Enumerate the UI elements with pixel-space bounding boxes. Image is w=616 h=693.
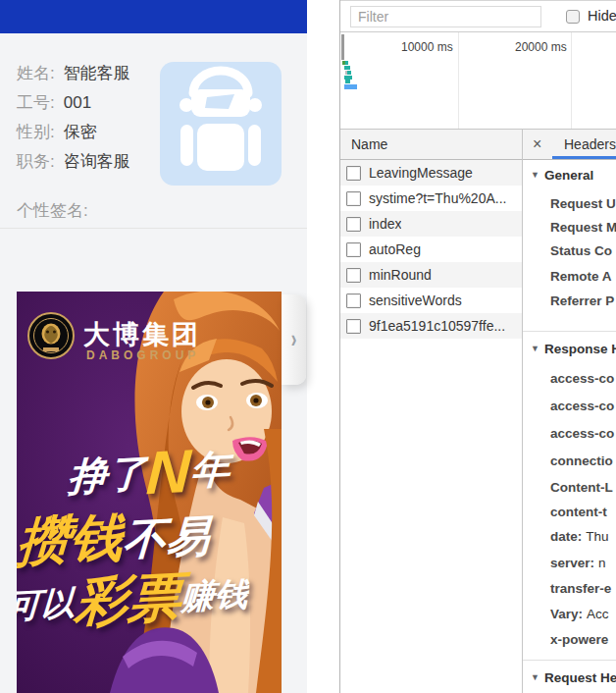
close-icon[interactable]: × — [533, 135, 541, 153]
disclosure-triangle-icon: ▼ — [531, 344, 539, 353]
header-line: connectio — [550, 453, 616, 468]
waterfall-bar — [347, 71, 351, 75]
active-tab-underline — [552, 156, 616, 159]
timeline-marker — [341, 34, 344, 60]
timeline-gridline — [571, 32, 572, 129]
header-line: content-t — [550, 505, 611, 519]
field-value: 智能客服 — [64, 64, 130, 82]
header-line: Remote A — [550, 269, 616, 284]
disclosure-triangle-icon: ▼ — [531, 672, 539, 682]
ad-banner[interactable]: 大博集团 DABOGROUP 挣了N年 攒钱不易 可以彩票赚钱 — [17, 292, 282, 693]
request-row[interactable]: index — [340, 211, 522, 237]
header-line: access-co — [550, 399, 616, 413]
sidebar-collapse-handle[interactable]: › — [282, 294, 306, 385]
header-line: Vary:Acc — [550, 607, 609, 621]
favicon-placeholder-icon — [346, 319, 361, 334]
robot-avatar — [160, 62, 282, 186]
request-details-pane: × Headers ▼General Request U Request M S… — [522, 130, 616, 693]
header-line: Referrer P — [550, 293, 616, 308]
network-filter-bar: Hide — [340, 0, 616, 32]
disclosure-triangle-icon: ▼ — [531, 170, 539, 180]
request-row[interactable]: autoReg — [340, 237, 522, 262]
header-line: server:n — [550, 556, 606, 570]
ad-slogan-line1: 挣了N年 — [66, 442, 231, 505]
header-line: Status Co — [550, 243, 616, 258]
chevron-right-icon: › — [291, 325, 297, 354]
field-label: 性别: — [17, 123, 55, 141]
details-tabbar: × Headers — [523, 130, 616, 160]
favicon-placeholder-icon — [346, 191, 361, 206]
header-line: transfer-e — [550, 581, 615, 596]
request-row[interactable]: minRound — [340, 262, 522, 288]
filter-input[interactable] — [350, 6, 541, 27]
field-label: 工号: — [17, 93, 55, 112]
header-line: date:Thu — [550, 529, 609, 544]
timeline-gridline — [458, 32, 459, 129]
favicon-placeholder-icon — [346, 166, 361, 181]
request-row[interactable]: LeavingMessage — [340, 160, 522, 186]
section-request-headers[interactable]: ▼Request He — [531, 670, 616, 685]
profile-field-id: 工号:001 — [17, 88, 130, 118]
field-value: 咨询客服 — [64, 152, 130, 171]
hide-data-urls-label: Hide — [588, 8, 616, 24]
favicon-placeholder-icon — [346, 268, 361, 283]
ad-brand-english: DABOGROUP — [86, 348, 199, 362]
chat-profile-panel: 姓名:智能客服 工号:001 性别:保密 职务:咨询客服 个性签名: — [0, 0, 307, 693]
header-line: access-co — [550, 426, 616, 441]
waterfall-bar — [344, 66, 350, 70]
network-overview-timeline[interactable]: 10000 ms 20000 ms — [340, 32, 616, 130]
field-label: 职务: — [17, 152, 55, 171]
timeline-tick: 10000 ms — [401, 40, 453, 54]
favicon-placeholder-icon — [346, 293, 361, 308]
favicon-placeholder-icon — [346, 217, 361, 232]
header-line: Request U — [550, 196, 616, 211]
favicon-placeholder-icon — [346, 242, 361, 257]
field-label: 姓名: — [17, 64, 55, 82]
field-value: 001 — [64, 93, 91, 112]
section-general[interactable]: ▼General — [531, 168, 593, 183]
waterfall-bar — [345, 80, 350, 83]
section-divider — [523, 331, 616, 332]
request-row[interactable]: 9f1ea5191c10597ffe... — [340, 313, 522, 339]
signature-label: 个性签名: — [17, 199, 88, 222]
profile-field-role: 职务:咨询客服 — [17, 147, 130, 177]
field-value: 保密 — [64, 123, 97, 141]
profile-field-gender: 性别:保密 — [17, 118, 130, 147]
hide-data-urls-checkbox[interactable] — [566, 10, 580, 24]
ad-brand-chinese: 大博集团 — [83, 317, 201, 352]
header-line: Request M — [550, 220, 616, 235]
waterfall-bar — [344, 84, 357, 89]
header-line: x-powere — [550, 632, 612, 647]
timeline-tick: 20000 ms — [515, 40, 567, 54]
request-row[interactable]: sensitiveWords — [340, 288, 522, 313]
column-header-name[interactable]: Name — [340, 130, 522, 160]
ad-slogan-line3: 可以彩票赚钱 — [17, 558, 250, 642]
waterfall-bar — [345, 61, 348, 65]
devtools-network-panel: Hide 10000 ms 20000 ms Name LeavingMessa… — [339, 0, 616, 693]
profile-divider — [0, 228, 307, 229]
chat-title-bar — [0, 0, 307, 33]
robot-icon — [160, 62, 282, 186]
tab-headers[interactable]: Headers — [564, 136, 616, 152]
request-row[interactable]: systime?t=Thu%20A... — [340, 186, 522, 211]
header-line: access-co — [550, 371, 616, 386]
profile-field-name: 姓名:智能客服 — [17, 59, 130, 88]
request-list: Name LeavingMessage systime?t=Thu%20A...… — [340, 130, 522, 693]
section-response-headers[interactable]: ▼Response H — [531, 342, 616, 356]
agent-profile: 姓名:智能客服 工号:001 性别:保密 职务:咨询客服 — [17, 59, 130, 177]
header-line: Content-L — [550, 480, 616, 495]
section-divider — [523, 660, 616, 661]
